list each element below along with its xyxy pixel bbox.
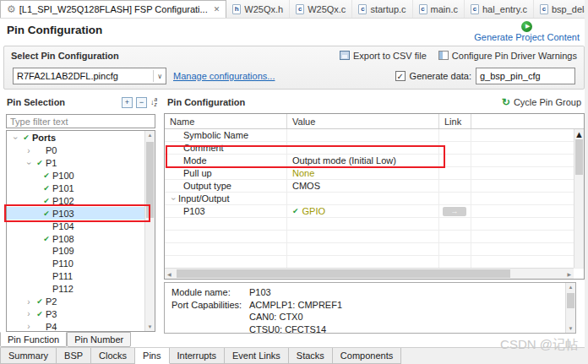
table-row-symbolic-name[interactable]: Symbolic Name: [165, 129, 584, 142]
collapse-all-icon[interactable]: −: [136, 97, 147, 108]
chevron-expanded-icon[interactable]: ›: [24, 158, 34, 168]
tree-item-p100[interactable]: ✔ P100: [7, 170, 155, 182]
generate-data-input[interactable]: [476, 68, 575, 84]
generate-project-content-link[interactable]: Generate Project Content: [474, 32, 580, 42]
expand-all-icon[interactable]: +: [122, 97, 133, 108]
close-icon[interactable]: ✕: [214, 5, 220, 14]
scrollbar-thumb[interactable]: [575, 139, 583, 175]
configure-warnings-label: Configure Pin Driver Warnings: [452, 51, 577, 61]
chevron-collapsed-icon[interactable]: ›: [24, 297, 34, 307]
link-arrow-button[interactable]: →: [443, 207, 466, 216]
row-value[interactable]: CMOS: [287, 180, 439, 192]
chevron-expanded-icon[interactable]: ›: [11, 133, 20, 143]
tree-item-label: P110: [52, 258, 74, 269]
tab-w25qx-h[interactable]: h W25Qx.h: [226, 0, 290, 18]
chevron-collapsed-icon[interactable]: ›: [24, 309, 34, 318]
column-header-link: Link: [439, 114, 471, 128]
check-icon: ✔: [41, 171, 52, 180]
table-horizontal-scrollbar[interactable]: ◀ ▶: [165, 268, 574, 279]
filter-input[interactable]: [6, 114, 155, 128]
tree-item-p3[interactable]: › ✔ P3: [7, 307, 155, 320]
tab-clocks[interactable]: Clocks: [91, 348, 135, 364]
port-capabilities-label: Port Capabilities:: [172, 299, 249, 312]
tree-item-label: P0: [46, 145, 57, 155]
tab-pin-function[interactable]: Pin Function: [0, 332, 67, 347]
table-vertical-scrollbar[interactable]: ▲ ▼: [574, 129, 584, 268]
tab-pin-number[interactable]: Pin Number: [67, 332, 131, 347]
tab-event-links[interactable]: Event Links: [225, 348, 289, 364]
chevron-collapsed-icon[interactable]: ›: [24, 146, 34, 155]
pin-configuration-select[interactable]: R7FA2L1AB2DFL.pincfg ∨: [13, 68, 166, 84]
tab-w25qx-c[interactable]: c W25Qx.c: [290, 0, 352, 18]
pin-configuration-header: Pin Configuration ↻ Cycle Pin Group: [164, 93, 585, 111]
tab-bsp-delay-c[interactable]: c bsp_delay.c: [534, 0, 588, 18]
scroll-up-icon[interactable]: ▲: [145, 133, 155, 138]
generate-project-content[interactable]: ▶ Generate Project Content: [474, 19, 580, 42]
tree-item-p112[interactable]: P112: [7, 283, 155, 296]
tree-item-p101[interactable]: ✔ P101: [7, 182, 155, 195]
row-name: Mode: [165, 155, 287, 166]
export-csv-button[interactable]: Export to CSV file: [340, 51, 427, 61]
tab-pins[interactable]: Pins: [135, 348, 169, 364]
tab-bsp[interactable]: BSP: [57, 348, 91, 364]
row-value[interactable]: GPIO: [302, 206, 326, 216]
scroll-right-icon[interactable]: ▶: [567, 271, 571, 277]
sort-az-icon[interactable]: ↓ az: [150, 97, 157, 107]
scroll-up-icon[interactable]: ▲: [566, 285, 575, 290]
table-row-pull-up[interactable]: Pull up None: [165, 167, 584, 180]
generate-data-checkbox[interactable]: ✓: [395, 71, 406, 81]
tree-item-p102[interactable]: ✔ P102: [7, 194, 155, 207]
scrollbar-thumb[interactable]: [146, 142, 154, 218]
tab-interrupts[interactable]: Interrupts: [170, 348, 225, 364]
row-value[interactable]: Output mode (Initial Low): [287, 155, 439, 166]
tree-item-label: P101: [52, 183, 74, 193]
table-row-mode[interactable]: Mode Output mode (Initial Low): [165, 155, 584, 167]
configure-pin-driver-warnings-button[interactable]: Configure Pin Driver Warnings: [438, 51, 577, 61]
tab-startup-c[interactable]: c startup.c: [352, 0, 412, 18]
cycle-pin-group-button[interactable]: ↻ Cycle Pin Group: [502, 96, 581, 108]
scroll-down-icon[interactable]: ▼: [145, 324, 155, 329]
scroll-left-icon[interactable]: ◀: [167, 271, 172, 277]
tree-item-ports[interactable]: › ✔ Ports: [7, 132, 155, 144]
tab-fsp-configuration[interactable]: ⚙ [L1_SPI_W25Q128FLASH] FSP Configurati.…: [0, 0, 226, 18]
tab-components[interactable]: Components: [333, 348, 401, 364]
tree-item-p104[interactable]: P104: [7, 220, 155, 232]
pin-configuration-table: Name Value Link Symbolic Name Comment Mo…: [164, 113, 585, 280]
tree-item-p4[interactable]: › P4: [7, 320, 155, 332]
scroll-up-icon[interactable]: ▲: [574, 129, 584, 139]
tree-item-p103[interactable]: ✔ P103: [7, 207, 155, 220]
tree-item-label: P2: [46, 296, 57, 307]
section-header: Select Pin Configuration Export to CSV f…: [4, 46, 584, 64]
manage-configurations-link[interactable]: Manage configurations...: [173, 71, 275, 81]
view-header: Pin Configuration ▶ Generate Project Con…: [0, 19, 585, 46]
scrollbar-thumb[interactable]: [177, 269, 510, 278]
tree-item-label: P4: [46, 322, 57, 332]
tab-hal-entry-c[interactable]: c hal_entry.c: [465, 0, 534, 18]
tab-main-c[interactable]: c main.c: [413, 0, 465, 18]
tab-summary[interactable]: Summary: [0, 348, 57, 364]
row-value[interactable]: None: [287, 167, 439, 179]
scroll-down-icon[interactable]: ▼: [566, 326, 575, 331]
tree-item-p110[interactable]: P110: [7, 258, 155, 270]
row-value[interactable]: [287, 129, 439, 141]
chevron-collapsed-icon[interactable]: ›: [24, 322, 34, 331]
tree-item-p2[interactable]: › ✔ P2: [7, 296, 155, 308]
tab-stacks[interactable]: Stacks: [289, 348, 333, 364]
pin-selection-header: Pin Selection + − ↓ az: [3, 93, 161, 111]
row-value[interactable]: [287, 142, 439, 154]
tree-scrollbar[interactable]: ▲ ▼: [144, 131, 155, 331]
chevron-expanded-icon[interactable]: ›: [169, 193, 178, 204]
tree-item-p109[interactable]: P109: [7, 245, 155, 258]
table-row-output-type[interactable]: Output type CMOS: [165, 180, 584, 193]
tree-item-p0[interactable]: › P0: [7, 144, 155, 157]
scrollbar-thumb[interactable]: [567, 293, 574, 308]
tree-item-p1[interactable]: › ✔ P1: [7, 157, 155, 170]
tab-label: main.c: [431, 4, 458, 14]
tree-item-p108[interactable]: ✔ P108: [7, 232, 155, 245]
module-details-scrollbar[interactable]: ▲ ▼: [565, 283, 575, 333]
tree-item-p111[interactable]: P111: [7, 270, 155, 283]
table-row-empty: [165, 218, 584, 231]
table-row-p103[interactable]: P103 ✔ GPIO →: [165, 205, 584, 218]
table-row-input-output[interactable]: › Input/Output: [165, 193, 584, 205]
table-row-comment[interactable]: Comment: [165, 142, 584, 155]
